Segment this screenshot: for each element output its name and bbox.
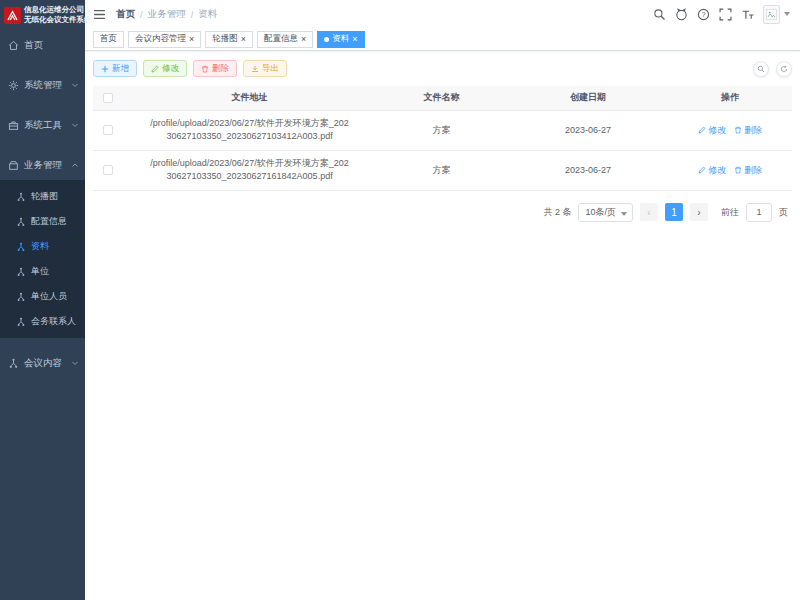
column-header-actions: 操作 (669, 86, 792, 110)
prev-page-button[interactable]: ‹ (640, 203, 658, 221)
goto-label: 前往 (721, 206, 739, 219)
tree-icon (8, 358, 19, 369)
avatar (763, 5, 780, 24)
tab-meeting-content-mgmt[interactable]: 会议内容管理× (128, 31, 201, 48)
app-title-line2: 无纸化会议文件系统 (24, 15, 92, 24)
edit-button[interactable]: 修改 (143, 60, 187, 77)
row-checkbox[interactable] (103, 165, 113, 175)
toolbox-icon (8, 120, 19, 131)
help-icon[interactable]: ? (697, 8, 710, 21)
logo-icon (4, 7, 21, 24)
chevron-up-icon (71, 161, 79, 169)
briefcase-icon (8, 160, 19, 171)
sidebar-item-business-mgmt[interactable]: 业务管理 (0, 150, 85, 180)
breadcrumb-item-home[interactable]: 首页 (116, 8, 135, 21)
page-content: 新增 修改 删除 导出 (85, 51, 800, 222)
refresh-button[interactable] (776, 61, 792, 77)
next-page-button[interactable]: › (690, 203, 708, 221)
row-delete-link[interactable]: 删除 (734, 164, 762, 177)
sidebar-item-label: 业务管理 (24, 159, 62, 172)
table-header-row: 文件地址 文件名称 创建日期 操作 (93, 86, 792, 110)
breadcrumb-item-business[interactable]: 业务管理 (148, 8, 186, 21)
fullscreen-icon[interactable] (719, 8, 732, 21)
sidebar-item-label: 单位人员 (31, 290, 67, 303)
tab-label: 首页 (100, 33, 117, 45)
sidebar-toggle-icon[interactable] (93, 9, 106, 20)
chevron-down-icon (71, 121, 79, 129)
close-icon[interactable]: × (241, 35, 246, 44)
create-date-cell: 2023-06-27 (507, 150, 669, 190)
page-size-select[interactable]: 10条/页 (578, 203, 633, 222)
gear-icon (8, 80, 19, 91)
select-all-checkbox[interactable] (103, 93, 113, 103)
tree-icon (16, 267, 26, 277)
pencil-icon (698, 126, 706, 134)
business-submenu: 轮播图 配置信息 资料 单位 单位人员 会务联系人 (0, 180, 85, 338)
trash-icon (201, 65, 209, 73)
close-icon[interactable]: × (189, 35, 194, 44)
font-size-icon[interactable] (741, 8, 754, 21)
sidebar-item-config-info[interactable]: 配置信息 (0, 209, 85, 234)
sidebar: 信息化运维分公司 无纸化会议文件系统 首页 系统管理 系统工具 业务管理 轮播图… (0, 0, 85, 600)
goto-page-input[interactable] (746, 203, 772, 222)
github-icon[interactable] (675, 8, 688, 21)
top-navbar: 首页 / 业务管理 / 资料 ? (85, 0, 800, 28)
pencil-icon (151, 65, 159, 73)
export-button[interactable]: 导出 (243, 60, 287, 77)
sidebar-item-label: 单位 (31, 265, 49, 278)
sidebar-item-meeting-content[interactable]: 会议内容 (0, 348, 85, 378)
app-title-line1: 信息化运维分公司 (24, 5, 84, 14)
file-name-cell: 方案 (376, 110, 507, 150)
tab-carousel[interactable]: 轮播图× (205, 31, 253, 48)
table-row: /profile/upload/2023/06/27/软件开发环境方案_2023… (93, 150, 792, 190)
breadcrumb-separator: / (140, 9, 143, 20)
sidebar-item-system-mgmt[interactable]: 系统管理 (0, 70, 85, 100)
tab-label: 资料 (332, 33, 349, 45)
tags-view: 首页 会议内容管理× 轮播图× 配置信息× 资料× (85, 28, 800, 51)
delete-button[interactable]: 删除 (193, 60, 237, 77)
create-date-cell: 2023-06-27 (507, 110, 669, 150)
sidebar-item-system-tools[interactable]: 系统工具 (0, 110, 85, 140)
tree-icon (16, 192, 26, 202)
tab-label: 轮播图 (212, 33, 238, 45)
home-icon (8, 40, 19, 51)
sidebar-item-home[interactable]: 首页 (0, 30, 85, 60)
chevron-down-icon (71, 359, 79, 367)
sidebar-item-label: 配置信息 (31, 215, 67, 228)
user-menu[interactable] (763, 5, 790, 24)
tree-icon (16, 217, 26, 227)
toggle-search-button[interactable] (753, 61, 769, 77)
sidebar-item-unit-staff[interactable]: 单位人员 (0, 284, 85, 309)
sidebar-item-label: 会务联系人 (31, 315, 76, 328)
tab-files[interactable]: 资料× (317, 31, 364, 48)
chevron-down-icon (784, 12, 790, 16)
tab-home[interactable]: 首页 (93, 31, 124, 48)
page-1-button[interactable]: 1 (665, 203, 683, 221)
tab-config-info[interactable]: 配置信息× (257, 31, 313, 48)
row-checkbox[interactable] (103, 125, 113, 135)
row-edit-link[interactable]: 修改 (698, 164, 726, 177)
tree-icon (16, 242, 26, 252)
image-placeholder-icon (766, 9, 777, 20)
sidebar-item-carousel[interactable]: 轮播图 (0, 184, 85, 209)
close-icon[interactable]: × (352, 35, 357, 44)
row-delete-link[interactable]: 删除 (734, 124, 762, 137)
sidebar-item-label: 会议内容 (24, 357, 62, 370)
add-button[interactable]: 新增 (93, 60, 137, 77)
svg-text:?: ? (701, 10, 705, 19)
file-name-cell: 方案 (376, 150, 507, 190)
app-logo[interactable]: 信息化运维分公司 无纸化会议文件系统 (0, 0, 85, 30)
row-edit-link[interactable]: 修改 (698, 124, 726, 137)
sidebar-item-label: 资料 (31, 240, 49, 253)
files-table: 文件地址 文件名称 创建日期 操作 /profile/upload/2023/0… (93, 86, 792, 191)
sidebar-item-meeting-contacts[interactable]: 会务联系人 (0, 309, 85, 334)
tab-label: 配置信息 (264, 33, 298, 45)
close-icon[interactable]: × (301, 35, 306, 44)
sidebar-item-units[interactable]: 单位 (0, 259, 85, 284)
sidebar-item-files[interactable]: 资料 (0, 234, 85, 259)
toolbar: 新增 修改 删除 导出 (93, 60, 792, 77)
search-icon[interactable] (653, 8, 666, 21)
navbar-actions: ? (653, 5, 790, 24)
pagination: 共 2 条 10条/页 ‹ 1 › 前往 页 (93, 203, 792, 222)
column-header-create-date: 创建日期 (507, 86, 669, 110)
